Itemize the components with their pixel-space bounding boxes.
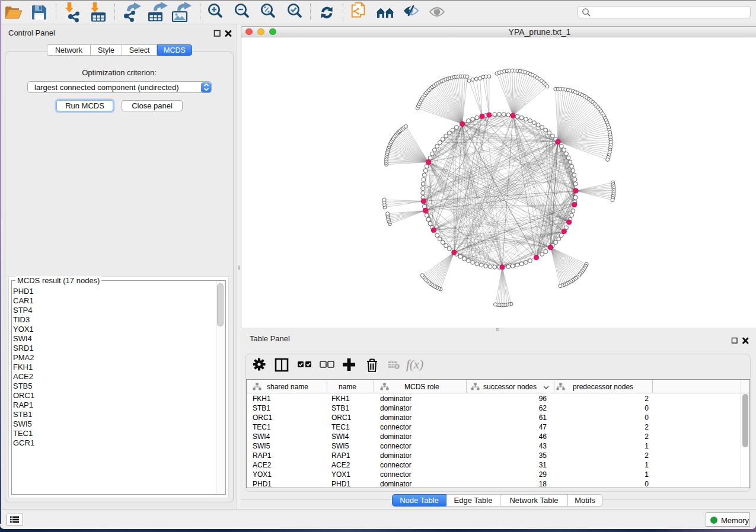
svg-text:f(x): f(x) — [406, 358, 423, 371]
